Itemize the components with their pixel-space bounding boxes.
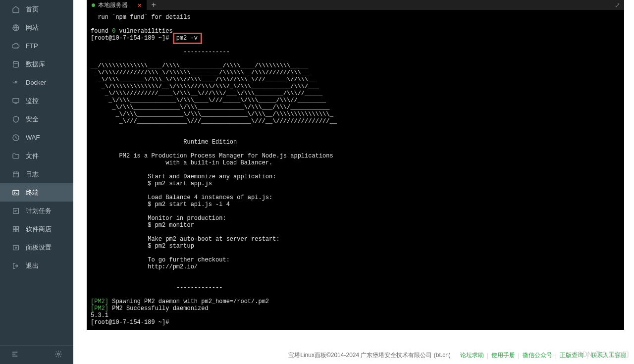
svg-rect-11 xyxy=(13,245,19,250)
svg-point-1 xyxy=(13,61,19,63)
sidebar-bottom xyxy=(0,345,73,364)
nav-monitor[interactable]: 监控 xyxy=(0,92,73,110)
gear-icon[interactable] xyxy=(54,350,62,360)
svg-rect-5 xyxy=(13,190,19,195)
highlighted-command: pm2 -v xyxy=(173,33,202,44)
shield-icon xyxy=(12,115,20,123)
nav-cron[interactable]: 计划任务 xyxy=(0,202,73,220)
nav-label: 网站 xyxy=(26,23,39,32)
collapse-icon[interactable] xyxy=(11,350,19,360)
svg-point-13 xyxy=(57,353,59,355)
settings-icon xyxy=(12,244,20,252)
nav-label: 日志 xyxy=(26,170,39,179)
status-dot-icon xyxy=(92,3,95,7)
nav-ftp[interactable]: FTP xyxy=(0,37,73,55)
footer-link-wechat[interactable]: 微信公众号 xyxy=(523,351,552,360)
folder-icon xyxy=(12,152,20,160)
tasks-icon xyxy=(12,207,20,215)
nav-db[interactable]: 数据库 xyxy=(0,55,73,73)
svg-rect-2 xyxy=(13,98,19,102)
nav-label: Docker xyxy=(26,79,46,86)
nav-site[interactable]: 网站 xyxy=(0,18,73,37)
copyright-text: 宝塔Linux面板©2014-2024 广东堡塔安全技术有限公司 (bt.cn) xyxy=(288,351,451,360)
nav-label: 退出 xyxy=(26,261,39,270)
svg-rect-10 xyxy=(16,229,19,232)
nav-label: WAF xyxy=(26,134,40,141)
footer: 宝塔Linux面板©2014-2024 广东堡塔安全技术有限公司 (bt.cn)… xyxy=(73,347,634,364)
nav-label: 面板设置 xyxy=(26,243,52,252)
waf-icon xyxy=(12,134,20,142)
nav-appstore[interactable]: 软件商店 xyxy=(0,220,73,238)
docker-icon xyxy=(12,79,20,87)
svg-rect-9 xyxy=(13,229,16,232)
svg-rect-4 xyxy=(13,172,19,177)
nav-security[interactable]: 安全 xyxy=(0,110,73,128)
home-icon xyxy=(12,5,20,13)
tab-title: 本地服务器 xyxy=(98,1,128,9)
svg-rect-6 xyxy=(13,208,19,213)
footer-link-forum[interactable]: 论坛求助 xyxy=(460,351,484,360)
nav-docker[interactable]: Docker xyxy=(0,73,73,92)
monitor-icon xyxy=(12,97,20,105)
calendar-icon xyxy=(12,170,20,178)
fullscreen-icon[interactable]: ⤢ xyxy=(615,1,620,9)
add-tab-button[interactable]: + xyxy=(152,0,156,9)
nav-logs[interactable]: 日志 xyxy=(0,165,73,183)
globe-icon xyxy=(12,24,20,32)
footer-link-support[interactable]: 联系人工客服 xyxy=(591,351,627,360)
svg-rect-8 xyxy=(16,226,19,229)
nav-home[interactable]: 首页 xyxy=(0,0,73,18)
terminal-tabbar: 本地服务器 × + ⤢ xyxy=(87,0,624,10)
nav-label: 首页 xyxy=(26,5,39,14)
nav-label: 终端 xyxy=(26,188,39,197)
close-icon[interactable]: × xyxy=(138,1,142,9)
terminal-tab[interactable]: 本地服务器 × xyxy=(87,0,147,10)
nav-label: 软件商店 xyxy=(26,225,52,234)
nav-label: 文件 xyxy=(26,152,39,160)
nav-exit[interactable]: 退出 xyxy=(0,257,73,275)
terminal-output[interactable]: run `npm fund` for details found 0 vulne… xyxy=(87,10,624,330)
nav-waf[interactable]: WAF xyxy=(0,128,73,147)
exit-icon xyxy=(12,262,20,270)
footer-link-genuine[interactable]: 正版查询 xyxy=(560,351,583,360)
nav-label: 监控 xyxy=(26,97,39,105)
nav-terminal[interactable]: 终端 xyxy=(0,183,73,202)
database-icon xyxy=(12,60,20,68)
cloud-icon xyxy=(12,42,20,50)
terminal-icon xyxy=(12,189,20,197)
nav-panel[interactable]: 面板设置 xyxy=(0,238,73,257)
nav-files[interactable]: 文件 xyxy=(0,147,73,165)
nav-label: 计划任务 xyxy=(26,207,52,215)
nav-label: 数据库 xyxy=(26,60,45,69)
nav-label: FTP xyxy=(26,42,38,50)
footer-link-manual[interactable]: 使用手册 xyxy=(491,351,515,360)
appstore-icon xyxy=(12,225,20,233)
sidebar: 首页 网站 FTP 数据库 Docker 监控 安全 WAF 文件 日志 终端 … xyxy=(0,0,73,364)
nav-label: 安全 xyxy=(26,115,39,124)
svg-rect-7 xyxy=(13,226,16,229)
terminal-window: 本地服务器 × + ⤢ run `npm fund` for details f… xyxy=(87,0,624,329)
svg-point-12 xyxy=(15,247,17,248)
